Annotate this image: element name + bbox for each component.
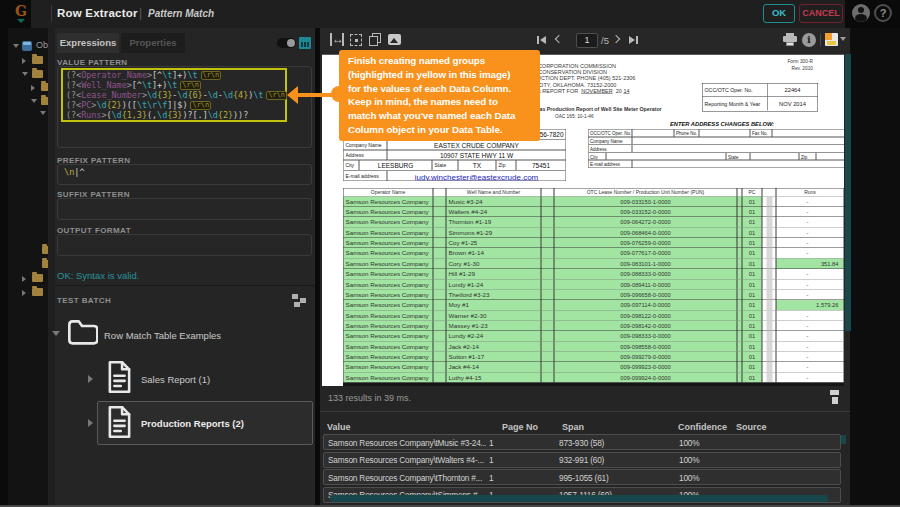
doc-table-cell (541, 331, 554, 341)
tree-expand-arrow[interactable] (31, 85, 35, 91)
tree-item-label[interactable]: Production Reports (2) (141, 418, 244, 429)
last-page-icon[interactable] (629, 36, 638, 44)
doc-table-cell: 009-033150-1-0000 (554, 197, 737, 207)
doc-table-row: Samson Resources CompanyThetford #3-2300… (343, 290, 844, 300)
image-view-icon[interactable] (388, 34, 401, 45)
node-tree-sidebar[interactable]: Ob (8, 28, 48, 507)
document-vertical-scrollbar[interactable] (845, 54, 851, 331)
user-icon[interactable] (852, 4, 870, 22)
results-column-header[interactable]: Page No (502, 422, 538, 432)
batch-hierarchy-icon[interactable] (292, 294, 306, 307)
doc-occ-row: Reporting Month & YearNOV 2014 (703, 97, 818, 111)
doc-table-cell: 01 (742, 362, 762, 372)
results-column-header[interactable]: Span (562, 422, 584, 432)
doc-occ-row: OCC/OTC Oper. No.22464 (703, 84, 818, 98)
folder-icon[interactable] (32, 56, 43, 64)
first-page-icon[interactable] (537, 36, 546, 44)
tree-expand-arrow[interactable] (88, 419, 93, 427)
doc-table-cell: - (776, 341, 844, 351)
results-column-header[interactable]: Confidence (678, 422, 727, 432)
tree-item-label[interactable]: Row Match Table Examples (104, 330, 221, 341)
suffix-pattern-field[interactable] (57, 198, 312, 220)
doc-table-cell: 351.84 (776, 259, 844, 269)
doc-table-cell (762, 372, 776, 382)
folder-icon[interactable] (32, 70, 43, 78)
page-number-input[interactable]: 1 (576, 33, 598, 48)
highlight-display-caret[interactable] (840, 37, 846, 41)
toolbar-separator (820, 34, 821, 46)
doc-form-cell (750, 152, 799, 160)
folder-icon[interactable] (32, 288, 43, 296)
doc-table-cell (433, 362, 446, 372)
tree-expand-arrow[interactable] (31, 99, 37, 103)
doc-table-row: Samson Resources CompanySimmons #1-29009… (343, 228, 844, 238)
doc-table-cell: 009-033152-0-0000 (554, 207, 737, 217)
tree-expand-arrow[interactable] (22, 58, 26, 64)
doc-table-cell: 01 (742, 238, 762, 248)
doc-form-cell: Address (343, 150, 387, 160)
tree-expand-arrow[interactable] (52, 331, 60, 336)
doc-table-cell (762, 197, 776, 207)
prefix-pattern-field[interactable] (57, 164, 312, 185)
results-cell: 100% (679, 438, 699, 448)
tree-expand-arrow[interactable] (22, 72, 28, 76)
info-icon[interactable]: i (802, 33, 816, 47)
folder-icon[interactable] (41, 83, 48, 91)
ok-button[interactable]: OK (763, 4, 795, 23)
doc-table-cell: Sutton #1-17 (446, 352, 541, 362)
doc-table-cell: Jack #2-14 (446, 341, 541, 351)
toggle-switch[interactable] (277, 38, 296, 48)
tree-expand-arrow[interactable] (88, 375, 93, 383)
tree-item-label[interactable]: Sales Report (1) (141, 374, 210, 385)
doc-table-cell: 009-088333-0-0000 (554, 269, 737, 279)
results-column-header[interactable]: Value (327, 422, 351, 432)
results-cell: Samson Resources Company\tWalters #4-... (328, 455, 484, 465)
results-row[interactable]: Samson Resources Company\tMusic #3-24...… (323, 434, 841, 450)
doc-table-cell (762, 238, 776, 248)
results-row[interactable]: Samson Resources Company\tThornton #...1… (323, 469, 841, 485)
doc-table-cell (762, 269, 776, 279)
doc-table-cell: Simmons #1-29 (446, 228, 541, 238)
cancel-button[interactable]: CANCEL (799, 4, 843, 23)
tree-expand-arrow[interactable] (22, 290, 26, 296)
doc-table-cell: Samson Resources Company (343, 310, 433, 320)
copy-pages-icon[interactable] (369, 33, 382, 46)
results-vertical-scrollbar[interactable] (841, 435, 846, 444)
results-horizontal-scrollbar[interactable] (330, 495, 828, 502)
document-icon (106, 359, 133, 399)
doc-table-cell (433, 331, 446, 341)
doc-table-header-row: Operator NameWell Name and NumberOTC Lea… (343, 188, 844, 197)
results-row[interactable]: Samson Resources Company\tWalters #4-...… (323, 452, 841, 468)
doc-table-cell: - (776, 331, 844, 341)
tree-expand-arrow[interactable] (13, 44, 19, 48)
highlight-display-icon[interactable] (825, 33, 838, 46)
folder-icon[interactable] (41, 97, 48, 105)
doc-table-cell (762, 341, 776, 351)
right-dark-zone (850, 28, 900, 507)
doc-table-cell (762, 290, 776, 300)
tree-expand-arrow[interactable] (40, 111, 46, 115)
doc-table-cell: Samson Resources Company (343, 352, 433, 362)
doc-table-cell: 009-097114-0-0000 (554, 300, 737, 310)
clear-results-icon[interactable] (830, 390, 839, 404)
folder-icon[interactable] (32, 274, 43, 282)
doc-form-cell: LEESBURG (359, 160, 432, 170)
region-select-icon[interactable] (350, 34, 362, 46)
tab-properties[interactable]: Properties (121, 33, 185, 53)
doc-table-cell: 01 (742, 197, 762, 207)
fit-width-icon[interactable]: ↔ (330, 33, 344, 46)
doc-table-cell: 01 (742, 290, 762, 300)
tab-expressions[interactable]: Expressions (57, 33, 119, 53)
output-format-field[interactable] (57, 234, 312, 256)
help-icon[interactable]: ? (874, 4, 892, 22)
doc-table-cell: Warner #2-30 (446, 310, 541, 320)
results-column-header[interactable]: Source (736, 422, 767, 432)
doc-table-cell: Samson Resources Company (343, 331, 433, 341)
database-icon[interactable] (22, 41, 32, 51)
chart-icon[interactable] (299, 37, 311, 49)
print-icon[interactable] (783, 33, 797, 46)
doc-form-cell: OCC/OTC Oper. No. (588, 129, 632, 137)
doc-table-cell (762, 217, 776, 227)
tree-expand-arrow[interactable] (22, 276, 26, 282)
doc-table-cell (433, 269, 446, 279)
